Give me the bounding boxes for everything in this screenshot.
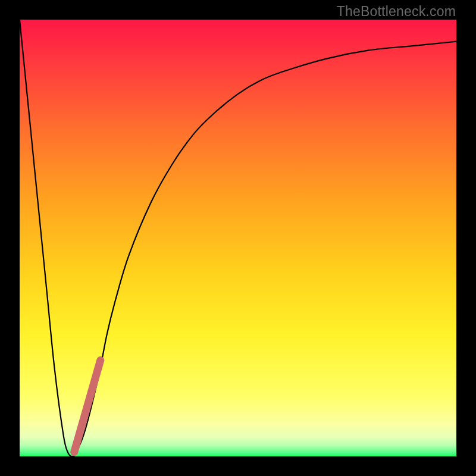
- plot-area: [20, 20, 456, 456]
- curve-layer: [20, 20, 456, 456]
- bottleneck-curve: [20, 20, 456, 456]
- highlight-marker: [74, 361, 101, 452]
- chart-frame: TheBottleneck.com: [0, 0, 476, 476]
- watermark-text: TheBottleneck.com: [337, 4, 456, 20]
